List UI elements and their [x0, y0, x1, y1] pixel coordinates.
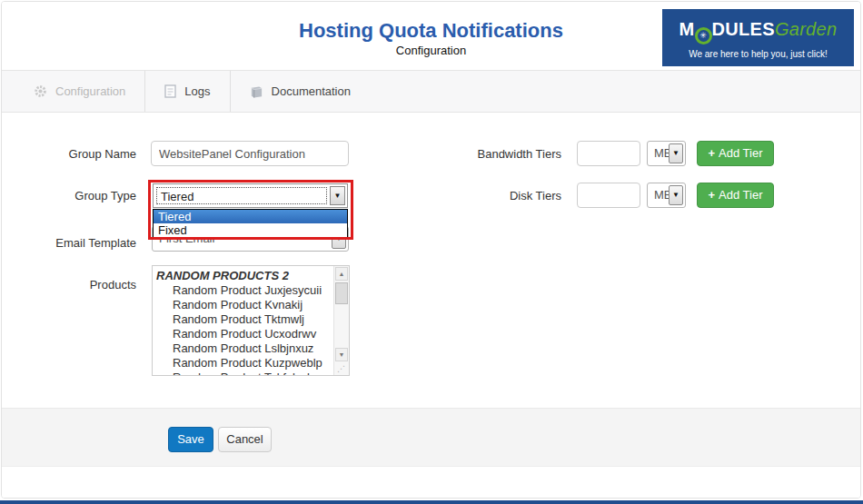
logo-brand: M✳DULESGarden	[662, 19, 854, 44]
products-group-header: RANDOM PRODUCTS 2	[153, 266, 333, 283]
chevron-down-icon[interactable]: ▼	[330, 186, 345, 205]
list-item[interactable]: Random Product Kvnakij	[153, 298, 333, 312]
bandwidth-tier-input[interactable]	[577, 141, 640, 166]
add-tier-label: Add Tier	[719, 146, 762, 160]
email-template-label: Email Template	[2, 236, 136, 250]
dropdown-option-fixed[interactable]: Fixed	[154, 223, 347, 237]
list-item[interactable]: Random Product Kuzpweblp	[153, 356, 333, 371]
tab-label: Configuration	[55, 84, 125, 98]
list-item[interactable]: Random Product Ucxodrwv	[153, 327, 333, 341]
bandwidth-tiers-label: Bandwidth Tiers	[425, 147, 561, 161]
add-tier-label: Add Tier	[719, 188, 762, 202]
disk-tiers-label: Disk Tiers	[425, 189, 561, 203]
gear-icon	[34, 84, 47, 98]
module-card: Hosting Quota Notifications Configuratio…	[1, 1, 861, 499]
list-item[interactable]: Random Product Lslbjnxuz	[153, 341, 333, 356]
products-list: RANDOM PRODUCTS 2 Random Product Juxjesy…	[153, 266, 333, 375]
tab-logs[interactable]: Logs	[145, 71, 230, 112]
disk-tier-input[interactable]	[577, 183, 640, 208]
chevron-down-icon: ▼	[669, 143, 683, 163]
list-item[interactable]: Random Product Takfnlsvl	[153, 371, 333, 375]
bandwidth-unit-select[interactable]: MB ▼	[647, 141, 686, 166]
header: Hosting Quota Notifications Configuratio…	[2, 2, 860, 70]
disk-unit-select[interactable]: MB ▼	[647, 183, 686, 208]
dropdown-option-tiered[interactable]: Tiered	[154, 210, 347, 223]
list-item[interactable]: Random Product Juxjesycuii	[153, 283, 333, 298]
modulesgarden-logo[interactable]: M✳DULESGarden We are here to help you, j…	[662, 9, 854, 66]
group-type-select[interactable]: Tiered ▼	[153, 183, 348, 208]
scrollbar-thumb[interactable]	[335, 282, 348, 304]
group-type-label: Group Type	[2, 189, 136, 203]
tab-label: Logs	[184, 84, 210, 98]
group-type-dropdown: Tiered Fixed	[153, 209, 348, 238]
scrollbar[interactable]: ▲ ▼ ⋰	[333, 266, 349, 375]
logo-garden: Garden	[775, 19, 838, 39]
tab-bar: Configuration Logs Documentation	[2, 70, 860, 113]
logo-tagline: We are here to help you, just click!	[662, 49, 854, 59]
cancel-button[interactable]: Cancel	[218, 427, 272, 452]
book-icon	[250, 85, 263, 98]
bottom-accent-bar	[0, 500, 863, 504]
resize-grip-icon[interactable]: ⋰	[334, 362, 348, 375]
scroll-down-icon[interactable]: ▼	[335, 348, 348, 361]
plus-icon: +	[708, 188, 715, 202]
form-footer: Save Cancel	[2, 408, 860, 467]
group-name-label: Group Name	[2, 147, 136, 161]
products-listbox[interactable]: RANDOM PRODUCTS 2 Random Product Juxjesy…	[152, 265, 350, 376]
group-name-input[interactable]	[151, 141, 349, 166]
tab-documentation[interactable]: Documentation	[231, 71, 370, 112]
file-icon	[164, 84, 176, 98]
list-item[interactable]: Random Product Tktmwlj	[153, 312, 333, 327]
logo-m: M	[679, 19, 695, 39]
chevron-down-icon: ▼	[669, 185, 683, 205]
plus-icon: +	[708, 146, 715, 160]
scroll-up-icon[interactable]: ▲	[335, 267, 348, 281]
logo-dules: DULES	[712, 19, 775, 39]
tab-configuration[interactable]: Configuration	[15, 71, 145, 112]
page: Hosting Quota Notifications Configuratio…	[0, 0, 863, 504]
save-button[interactable]: Save	[168, 427, 213, 452]
logo-globe-icon: ✳	[695, 27, 712, 44]
products-label: Products	[2, 278, 136, 292]
group-type-value: Tiered	[156, 187, 327, 204]
add-bandwidth-tier-button[interactable]: +Add Tier	[697, 141, 774, 166]
add-disk-tier-button[interactable]: +Add Tier	[697, 183, 774, 208]
tab-label: Documentation	[272, 84, 351, 98]
